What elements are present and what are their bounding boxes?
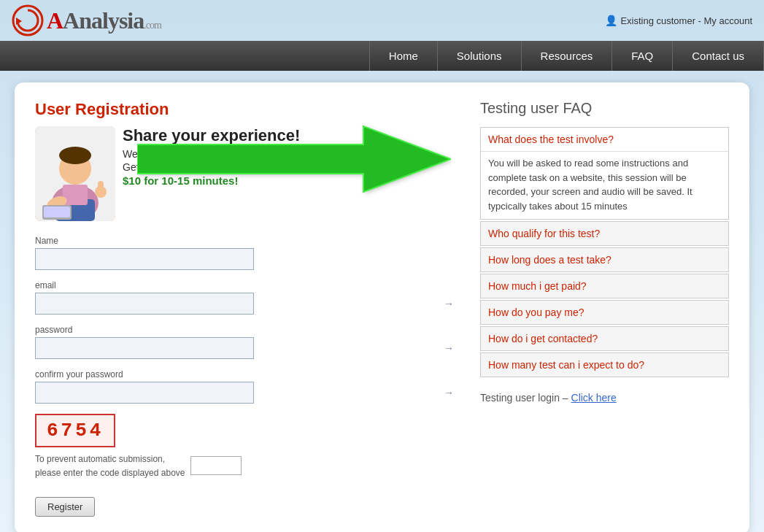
faq-list: What does the test involve?You will be a… <box>480 127 729 377</box>
hero-section: Share your experience! We want your opin… <box>35 126 458 221</box>
confirm-password-field-group: confirm your password → <box>35 369 458 404</box>
person-image <box>35 126 115 221</box>
faq-question[interactable]: What does the test involve? <box>481 128 728 151</box>
register-button[interactable]: Register <box>35 497 95 517</box>
login-link[interactable]: Click here <box>571 392 617 404</box>
captcha-row: To prevent automatic submission, please … <box>35 452 458 479</box>
login-text: Testing user login – <box>480 392 571 404</box>
account-link[interactable]: 👤 Existing customer - My account <box>605 15 752 26</box>
hero-heading: Share your experience! <box>123 126 458 145</box>
form-section: Name email → password <box>35 236 458 404</box>
svg-point-6 <box>59 147 91 164</box>
captcha-code: 6754 <box>35 414 115 447</box>
confirm-password-label: confirm your password <box>35 369 458 379</box>
faq-item: How long does a test take? <box>480 247 729 272</box>
confirm-password-input-wrap: → <box>35 382 458 404</box>
top-bar: AAnalysia.com 👤 Existing customer - My a… <box>0 0 764 41</box>
password-input-wrap: → <box>35 337 458 359</box>
password-input[interactable] <box>35 337 254 359</box>
logo-area: AAnalysia.com <box>12 4 161 36</box>
faq-question[interactable]: Who qualify for this test? <box>481 222 728 245</box>
name-label: Name <box>35 236 458 246</box>
faq-item: Who qualify for this test? <box>480 221 729 246</box>
faq-question[interactable]: How do i get contacted? <box>481 327 728 350</box>
name-field-group: Name <box>35 236 458 270</box>
faq-question[interactable]: How long does a test take? <box>481 248 728 271</box>
faq-title: Testing user FAQ <box>480 100 729 117</box>
password-field-group: password → <box>35 325 458 359</box>
name-input-wrap <box>35 248 458 270</box>
hero-text: Share your experience! We want your opin… <box>123 126 458 188</box>
svg-rect-7 <box>63 185 88 205</box>
page-title: User Registration <box>35 100 458 119</box>
password-arrow-icon: → <box>444 342 454 354</box>
nav-home[interactable]: Home <box>369 41 438 71</box>
email-input-wrap: → <box>35 293 458 315</box>
hero-highlight: $10 for 10-15 minutes! <box>123 174 458 187</box>
logo-icon <box>12 4 44 36</box>
email-arrow-icon: → <box>444 298 454 309</box>
main-nav: Home Solutions Resources FAQ Contact us <box>0 41 764 71</box>
hero-line1: We want your opinion! <box>123 148 458 160</box>
email-label: email <box>35 280 458 290</box>
faq-item: How much i get paid? <box>480 274 729 298</box>
email-field-group: email → <box>35 280 458 315</box>
faq-question[interactable]: How many test can i expect to do? <box>481 353 728 377</box>
nav-solutions[interactable]: Solutions <box>438 41 522 71</box>
faq-item: How many test can i expect to do? <box>480 352 729 377</box>
faq-question[interactable]: How much i get paid? <box>481 274 728 298</box>
main-card: User Registration <box>15 82 749 532</box>
person-icon: 👤 <box>605 15 617 26</box>
nav-faq[interactable]: FAQ <box>612 41 673 71</box>
name-input[interactable] <box>35 248 254 270</box>
right-panel: Testing user FAQ What does the test invo… <box>480 100 729 517</box>
svg-rect-10 <box>44 207 70 217</box>
confirm-arrow-icon: → <box>444 387 454 398</box>
faq-question[interactable]: How do you pay me? <box>481 301 728 324</box>
captcha-section: 6754 To prevent automatic submission, pl… <box>35 414 458 479</box>
faq-item: How do you pay me? <box>480 300 729 325</box>
svg-rect-12 <box>98 181 104 194</box>
nav-resources[interactable]: Resources <box>522 41 613 71</box>
faq-answer: You will be asked to read some instructi… <box>481 151 728 219</box>
email-input[interactable] <box>35 293 254 315</box>
nav-contact[interactable]: Contact us <box>673 41 764 71</box>
captcha-instruction: To prevent automatic submission, please … <box>35 452 185 479</box>
hero-line2: Get paid surfing website while telling u… <box>123 161 458 173</box>
captcha-input[interactable] <box>190 456 242 475</box>
left-panel: User Registration <box>35 100 458 517</box>
faq-item: How do i get contacted? <box>480 326 729 351</box>
login-section: Testing user login – Click here <box>480 392 729 404</box>
faq-item: What does the test involve?You will be a… <box>480 127 729 220</box>
password-label: password <box>35 325 458 335</box>
main-wrapper: User Registration <box>0 71 764 532</box>
nav-items: Home Solutions Resources FAQ Contact us <box>369 41 764 71</box>
confirm-password-input[interactable] <box>35 382 254 404</box>
logo-text: AAnalysia.com <box>47 7 161 34</box>
